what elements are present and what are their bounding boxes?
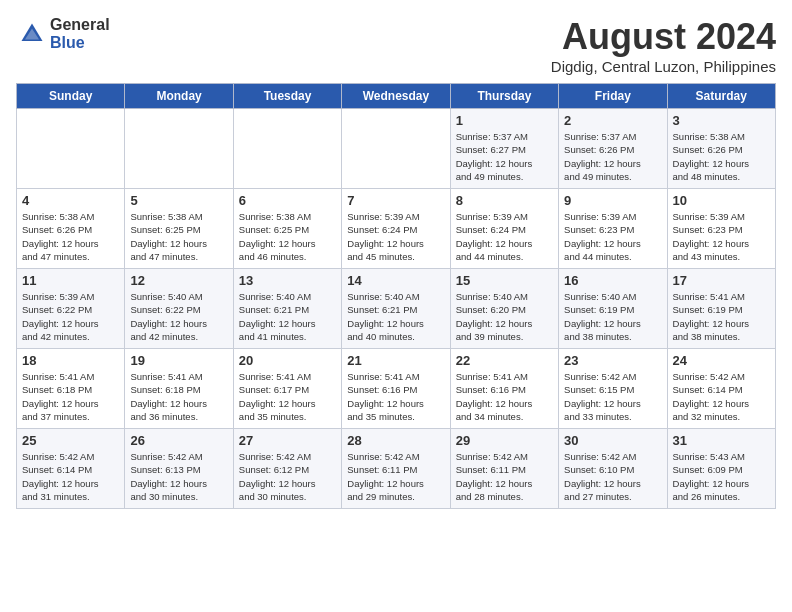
day-of-week-header: Thursday [450,84,558,109]
day-of-week-header: Saturday [667,84,775,109]
logo-general: General [50,16,110,33]
cell-info: Sunrise: 5:39 AM Sunset: 6:22 PM Dayligh… [22,290,119,343]
day-number: 27 [239,433,336,448]
calendar-cell [342,109,450,189]
cell-info: Sunrise: 5:37 AM Sunset: 6:26 PM Dayligh… [564,130,661,183]
day-of-week-header: Tuesday [233,84,341,109]
calendar-cell: 24Sunrise: 5:42 AM Sunset: 6:14 PM Dayli… [667,349,775,429]
cell-info: Sunrise: 5:41 AM Sunset: 6:17 PM Dayligh… [239,370,336,423]
day-number: 21 [347,353,444,368]
cell-info: Sunrise: 5:42 AM Sunset: 6:15 PM Dayligh… [564,370,661,423]
day-number: 24 [673,353,770,368]
cell-info: Sunrise: 5:40 AM Sunset: 6:20 PM Dayligh… [456,290,553,343]
day-number: 25 [22,433,119,448]
calendar-cell: 1Sunrise: 5:37 AM Sunset: 6:27 PM Daylig… [450,109,558,189]
cell-info: Sunrise: 5:42 AM Sunset: 6:10 PM Dayligh… [564,450,661,503]
calendar-cell: 21Sunrise: 5:41 AM Sunset: 6:16 PM Dayli… [342,349,450,429]
cell-info: Sunrise: 5:38 AM Sunset: 6:25 PM Dayligh… [239,210,336,263]
calendar-cell: 15Sunrise: 5:40 AM Sunset: 6:20 PM Dayli… [450,269,558,349]
day-number: 3 [673,113,770,128]
calendar-cell: 18Sunrise: 5:41 AM Sunset: 6:18 PM Dayli… [17,349,125,429]
cell-info: Sunrise: 5:40 AM Sunset: 6:21 PM Dayligh… [347,290,444,343]
day-number: 17 [673,273,770,288]
calendar-cell: 6Sunrise: 5:38 AM Sunset: 6:25 PM Daylig… [233,189,341,269]
cell-info: Sunrise: 5:43 AM Sunset: 6:09 PM Dayligh… [673,450,770,503]
calendar-cell: 13Sunrise: 5:40 AM Sunset: 6:21 PM Dayli… [233,269,341,349]
day-number: 26 [130,433,227,448]
day-number: 22 [456,353,553,368]
calendar-cell: 16Sunrise: 5:40 AM Sunset: 6:19 PM Dayli… [559,269,667,349]
logo-icon [18,20,46,48]
day-number: 19 [130,353,227,368]
day-number: 13 [239,273,336,288]
calendar-cell [233,109,341,189]
calendar-cell: 23Sunrise: 5:42 AM Sunset: 6:15 PM Dayli… [559,349,667,429]
calendar-cell: 8Sunrise: 5:39 AM Sunset: 6:24 PM Daylig… [450,189,558,269]
day-of-week-header: Monday [125,84,233,109]
day-number: 4 [22,193,119,208]
day-number: 16 [564,273,661,288]
calendar-cell: 12Sunrise: 5:40 AM Sunset: 6:22 PM Dayli… [125,269,233,349]
day-number: 6 [239,193,336,208]
cell-info: Sunrise: 5:40 AM Sunset: 6:21 PM Dayligh… [239,290,336,343]
cell-info: Sunrise: 5:39 AM Sunset: 6:23 PM Dayligh… [673,210,770,263]
calendar-cell: 27Sunrise: 5:42 AM Sunset: 6:12 PM Dayli… [233,429,341,509]
calendar-cell: 25Sunrise: 5:42 AM Sunset: 6:14 PM Dayli… [17,429,125,509]
cell-info: Sunrise: 5:38 AM Sunset: 6:25 PM Dayligh… [130,210,227,263]
calendar-cell [125,109,233,189]
calendar-cell: 22Sunrise: 5:41 AM Sunset: 6:16 PM Dayli… [450,349,558,429]
cell-info: Sunrise: 5:41 AM Sunset: 6:16 PM Dayligh… [456,370,553,423]
day-number: 10 [673,193,770,208]
cell-info: Sunrise: 5:38 AM Sunset: 6:26 PM Dayligh… [22,210,119,263]
day-number: 1 [456,113,553,128]
day-number: 23 [564,353,661,368]
calendar-cell: 14Sunrise: 5:40 AM Sunset: 6:21 PM Dayli… [342,269,450,349]
day-number: 12 [130,273,227,288]
calendar-cell: 2Sunrise: 5:37 AM Sunset: 6:26 PM Daylig… [559,109,667,189]
cell-info: Sunrise: 5:40 AM Sunset: 6:22 PM Dayligh… [130,290,227,343]
calendar-cell: 19Sunrise: 5:41 AM Sunset: 6:18 PM Dayli… [125,349,233,429]
cell-info: Sunrise: 5:39 AM Sunset: 6:23 PM Dayligh… [564,210,661,263]
page-header: General Blue August 2024 Digdig, Central… [16,16,776,75]
calendar-cell: 11Sunrise: 5:39 AM Sunset: 6:22 PM Dayli… [17,269,125,349]
calendar-cell: 30Sunrise: 5:42 AM Sunset: 6:10 PM Dayli… [559,429,667,509]
cell-info: Sunrise: 5:41 AM Sunset: 6:16 PM Dayligh… [347,370,444,423]
cell-info: Sunrise: 5:37 AM Sunset: 6:27 PM Dayligh… [456,130,553,183]
location: Digdig, Central Luzon, Philippines [551,58,776,75]
cell-info: Sunrise: 5:42 AM Sunset: 6:11 PM Dayligh… [456,450,553,503]
calendar-cell: 20Sunrise: 5:41 AM Sunset: 6:17 PM Dayli… [233,349,341,429]
cell-info: Sunrise: 5:38 AM Sunset: 6:26 PM Dayligh… [673,130,770,183]
day-of-week-header: Friday [559,84,667,109]
cell-info: Sunrise: 5:42 AM Sunset: 6:12 PM Dayligh… [239,450,336,503]
calendar-cell: 3Sunrise: 5:38 AM Sunset: 6:26 PM Daylig… [667,109,775,189]
calendar-cell: 17Sunrise: 5:41 AM Sunset: 6:19 PM Dayli… [667,269,775,349]
cell-info: Sunrise: 5:42 AM Sunset: 6:13 PM Dayligh… [130,450,227,503]
day-number: 9 [564,193,661,208]
day-number: 18 [22,353,119,368]
calendar-cell: 29Sunrise: 5:42 AM Sunset: 6:11 PM Dayli… [450,429,558,509]
calendar-cell [17,109,125,189]
day-number: 2 [564,113,661,128]
month-year: August 2024 [551,16,776,58]
day-number: 14 [347,273,444,288]
day-of-week-header: Sunday [17,84,125,109]
cell-info: Sunrise: 5:42 AM Sunset: 6:11 PM Dayligh… [347,450,444,503]
day-number: 5 [130,193,227,208]
calendar-cell: 28Sunrise: 5:42 AM Sunset: 6:11 PM Dayli… [342,429,450,509]
cell-info: Sunrise: 5:39 AM Sunset: 6:24 PM Dayligh… [456,210,553,263]
calendar-cell: 10Sunrise: 5:39 AM Sunset: 6:23 PM Dayli… [667,189,775,269]
calendar-table: SundayMondayTuesdayWednesdayThursdayFrid… [16,83,776,509]
calendar-cell: 4Sunrise: 5:38 AM Sunset: 6:26 PM Daylig… [17,189,125,269]
logo: General Blue [16,16,110,52]
logo-blue: Blue [50,34,85,51]
day-number: 11 [22,273,119,288]
title-block: August 2024 Digdig, Central Luzon, Phili… [551,16,776,75]
cell-info: Sunrise: 5:42 AM Sunset: 6:14 PM Dayligh… [673,370,770,423]
day-number: 15 [456,273,553,288]
day-number: 28 [347,433,444,448]
day-of-week-header: Wednesday [342,84,450,109]
day-number: 31 [673,433,770,448]
cell-info: Sunrise: 5:39 AM Sunset: 6:24 PM Dayligh… [347,210,444,263]
day-number: 20 [239,353,336,368]
cell-info: Sunrise: 5:40 AM Sunset: 6:19 PM Dayligh… [564,290,661,343]
